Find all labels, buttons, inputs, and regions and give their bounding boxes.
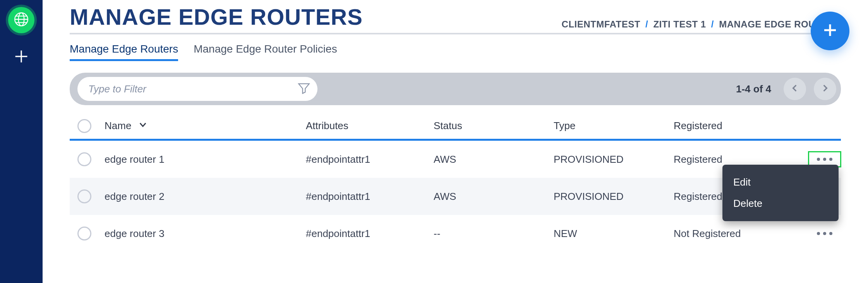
context-delete[interactable]: Delete — [722, 193, 839, 214]
page-title: MANAGE EDGE ROUTERS — [70, 4, 363, 30]
cell-status: AWS — [434, 191, 554, 203]
dots-icon — [817, 158, 820, 161]
breadcrumb-part-2[interactable]: ZITI TEST 1 — [653, 19, 706, 29]
header-divider — [70, 33, 841, 34]
page-count: 1-4 of 4 — [736, 83, 771, 95]
cell-type: PROVISIONED — [554, 153, 674, 165]
globe-button[interactable] — [8, 7, 34, 33]
col-registered[interactable]: Registered — [674, 120, 801, 132]
cell-type: PROVISIONED — [554, 191, 674, 203]
cell-type: NEW — [554, 228, 674, 240]
cell-name[interactable]: edge router 2 — [105, 191, 306, 203]
header-row: MANAGE EDGE ROUTERS CLIENTMFATEST / ZITI… — [70, 0, 841, 30]
context-menu: Edit Delete — [722, 165, 839, 221]
breadcrumb-part-1[interactable]: CLIENTMFATEST — [562, 19, 640, 29]
col-name-label: Name — [105, 120, 131, 132]
col-name[interactable]: Name — [105, 120, 163, 132]
page-next-button[interactable] — [814, 78, 836, 100]
cell-registered: Registered — [674, 153, 801, 165]
add-router-fab[interactable] — [811, 12, 849, 50]
filter-input-wrap — [77, 77, 317, 101]
select-all-checkbox[interactable] — [77, 119, 91, 133]
breadcrumb-sep: / — [645, 19, 648, 29]
col-status[interactable]: Status — [434, 120, 554, 132]
col-attributes[interactable]: Attributes — [306, 120, 434, 132]
cell-name[interactable]: edge router 3 — [105, 228, 306, 240]
table-header: Name Attributes Status Type Registered — [70, 113, 841, 141]
row-actions-button[interactable] — [813, 228, 836, 239]
cell-attributes: #endpointattr1 — [306, 153, 434, 165]
cell-status: AWS — [434, 153, 554, 165]
cell-status: -- — [434, 228, 554, 240]
row-checkbox[interactable] — [77, 227, 91, 240]
cell-name[interactable]: edge router 1 — [105, 153, 306, 165]
globe-icon — [13, 11, 29, 29]
rail-add-button[interactable] — [13, 49, 30, 66]
col-type[interactable]: Type — [554, 120, 674, 132]
cell-attributes: #endpointattr1 — [306, 191, 434, 203]
plus-icon — [820, 20, 840, 41]
filter-bar: 1-4 of 4 — [70, 73, 841, 105]
tab-manage-policies[interactable]: Manage Edge Router Policies — [194, 43, 337, 61]
main-content: MANAGE EDGE ROUTERS CLIENTMFATEST / ZITI… — [43, 0, 868, 283]
chevron-right-icon — [821, 84, 829, 94]
page-prev-button[interactable] — [784, 78, 806, 100]
left-rail — [0, 0, 43, 283]
cell-attributes: #endpointattr1 — [306, 228, 434, 240]
sort-icon — [138, 120, 148, 132]
router-table: Name Attributes Status Type Registered e… — [70, 113, 841, 252]
breadcrumb: CLIENTMFATEST / ZITI TEST 1 / MANAGE EDG… — [562, 19, 841, 30]
row-checkbox[interactable] — [77, 152, 91, 166]
cell-registered: Not Registered — [674, 228, 801, 240]
chevron-left-icon — [791, 84, 799, 94]
plus-icon — [13, 48, 30, 66]
tabs: Manage Edge Routers Manage Edge Router P… — [70, 43, 841, 61]
row-checkbox[interactable] — [77, 189, 91, 203]
breadcrumb-sep: / — [711, 19, 714, 29]
funnel-icon[interactable] — [297, 82, 310, 96]
table-row: edge router 1 #endpointattr1 AWS PROVISI… — [70, 141, 841, 178]
context-edit[interactable]: Edit — [722, 172, 839, 193]
filter-input[interactable] — [88, 83, 297, 95]
dots-icon — [817, 232, 820, 235]
tab-manage-routers[interactable]: Manage Edge Routers — [70, 43, 178, 61]
